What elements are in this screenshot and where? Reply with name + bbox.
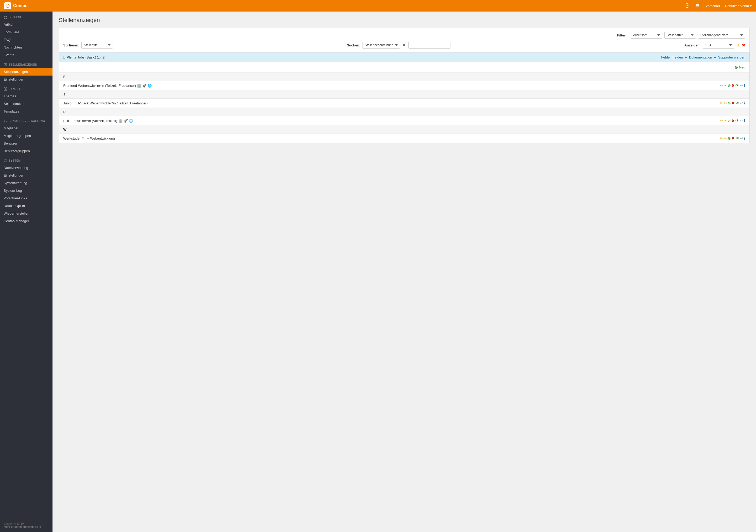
sidebar-footer: Version 4.13.10 Mehr erfahren auf contao… bbox=[0, 518, 52, 532]
svg-point-12 bbox=[5, 120, 6, 121]
info-bar-left: ℹ Plenta Jobs (Basic) 1.4.2 bbox=[63, 55, 105, 59]
cut-icon[interactable]: ✂ bbox=[724, 101, 727, 105]
sort-label: Sortieren: bbox=[63, 43, 79, 47]
user-menu[interactable]: Benutzer plenta ▾ bbox=[725, 4, 752, 8]
svg-rect-11 bbox=[6, 89, 7, 90]
copy2-icon[interactable]: ↩ bbox=[740, 101, 743, 105]
group-header-f: F bbox=[59, 73, 749, 81]
search-field-select[interactable]: Stellenbeschreibung bbox=[363, 42, 400, 49]
filter-row-1: Filtern: Arbeitsort Stellenarten Stellen… bbox=[63, 32, 745, 38]
section-stellenanzeigen: STELLENANZEIGEN bbox=[0, 59, 52, 68]
delete-icon[interactable]: ✖ bbox=[732, 101, 735, 105]
info-icon[interactable]: ℹ bbox=[744, 136, 745, 140]
dokumentation-link[interactable]: Dokumentation bbox=[689, 55, 712, 59]
sidebar-item-einstellungen[interactable]: Einstellungen bbox=[0, 76, 52, 83]
info-icon[interactable]: ℹ bbox=[744, 101, 745, 105]
cut-icon[interactable]: ✂ bbox=[724, 118, 727, 123]
svg-rect-4 bbox=[4, 17, 5, 19]
add-copy-icon[interactable]: ⊕ bbox=[728, 136, 731, 140]
copy2-icon[interactable]: ↩ bbox=[740, 84, 743, 88]
supporter-link[interactable]: Supporter werden bbox=[718, 55, 745, 59]
add-copy-icon[interactable]: ⊕ bbox=[728, 118, 731, 123]
sidebar-item-templates[interactable]: Templates bbox=[0, 108, 52, 115]
filter-stellenarten[interactable]: Stellenarten bbox=[664, 32, 696, 38]
job-title-werkstudent: Werkstudent*in – Webentwicklung bbox=[63, 137, 115, 140]
copy2-icon[interactable]: ↩ bbox=[740, 118, 743, 123]
visible-icon[interactable]: 👁 bbox=[736, 136, 739, 140]
add-copy-icon[interactable]: ⊕ bbox=[728, 84, 731, 88]
copy2-icon[interactable]: ↩ bbox=[740, 136, 743, 140]
search-label: Suchen: bbox=[347, 43, 360, 47]
sidebar-item-stellenanzeigen[interactable]: Stellenanzeigen bbox=[0, 68, 52, 76]
sidebar-item-faq[interactable]: FAQ bbox=[0, 36, 52, 43]
version-text: Version 4.13.10 bbox=[4, 522, 49, 525]
sidebar-content: INHALTE Artikel Formulare FAQ Nachrichte… bbox=[0, 12, 52, 516]
section-layout: LAYOUT bbox=[0, 83, 52, 92]
info-icon[interactable]: ℹ bbox=[744, 84, 745, 88]
svg-rect-10 bbox=[6, 88, 7, 89]
job-title-junior: Junior Full-Stack Webentwickler*in (Teil… bbox=[63, 101, 148, 105]
sidebar-item-themes[interactable]: Themes bbox=[0, 92, 52, 100]
visible-icon[interactable]: 👁 bbox=[736, 118, 739, 123]
sidebar-item-vorschau-links[interactable]: Vorschau-Links bbox=[0, 194, 52, 202]
sidebar-item-seitenstruktur[interactable]: Seitenstruktur bbox=[0, 100, 52, 108]
svg-rect-6 bbox=[4, 63, 7, 65]
filter-stellenangebot[interactable]: Stellenangebot verö... bbox=[698, 32, 745, 38]
sidebar-item-double-optin[interactable]: Double Opt-In bbox=[0, 202, 52, 210]
sidebar-item-systemlog[interactable]: System-Log bbox=[0, 187, 52, 194]
visible-icon[interactable]: 👁 bbox=[736, 84, 739, 88]
sidebar-item-nachrichten[interactable]: Nachrichten bbox=[0, 43, 52, 51]
job-badge: 🚀 bbox=[142, 84, 147, 88]
add-copy-icon[interactable]: ⊕ bbox=[728, 101, 731, 105]
contao-link[interactable]: Mehr erfahren auf contao.org bbox=[4, 525, 41, 528]
cut-icon[interactable]: ✂ bbox=[724, 84, 727, 88]
delete-icon[interactable]: ✖ bbox=[732, 136, 735, 140]
sidebar-item-dateiverwaltung[interactable]: Dateiverwaltung bbox=[0, 164, 52, 171]
table-row: Junior Full-Stack Webentwickler*in (Teil… bbox=[59, 99, 749, 108]
sidebar-item-formulare[interactable]: Formulare bbox=[0, 28, 52, 36]
sidebar-item-mitglieder[interactable]: Mitglieder bbox=[0, 124, 52, 132]
fehler-melden-link[interactable]: Fehler melden bbox=[661, 55, 683, 59]
sidebar-item-einstellungen-sys[interactable]: Einstellungen bbox=[0, 171, 52, 179]
job-badge: 🌐 bbox=[129, 119, 133, 123]
new-button[interactable]: ⊕ Neu bbox=[735, 65, 745, 70]
sidebar-item-contao-manager[interactable]: Contao Manager bbox=[0, 217, 52, 225]
sort-select[interactable]: Stellentitel bbox=[81, 42, 113, 49]
search-input[interactable] bbox=[408, 42, 450, 49]
notifications-icon[interactable] bbox=[695, 3, 700, 9]
preview-link[interactable]: Vorschau bbox=[706, 4, 720, 8]
export-icon[interactable]: ⬇ bbox=[736, 43, 740, 48]
sidebar-item-systemwartung[interactable]: Systemwartung bbox=[0, 179, 52, 187]
job-title-frontend: Frontend-Webentwickler*in (Teilzeit, Fre… bbox=[63, 84, 152, 88]
edit-icon[interactable]: ✏ bbox=[720, 101, 723, 105]
filter-bar: Filtern: Arbeitsort Stellenarten Stellen… bbox=[59, 28, 750, 52]
help-icon[interactable]: ? bbox=[685, 3, 690, 9]
table-row: Frontend-Webentwickler*in (Teilzeit, Fre… bbox=[59, 81, 749, 90]
edit-icon[interactable]: ✏ bbox=[720, 118, 723, 123]
sidebar-item-benutzergruppen[interactable]: Benutzergruppen bbox=[0, 147, 52, 155]
delete-icon[interactable]: ✖ bbox=[732, 118, 735, 123]
plugin-info: Plenta Jobs (Basic) 1.4.2 bbox=[67, 55, 105, 59]
sidebar-item-artikel[interactable]: Artikel bbox=[0, 21, 52, 28]
sidebar: INHALTE Artikel Formulare FAQ Nachrichte… bbox=[0, 12, 52, 532]
info-icon[interactable]: ℹ bbox=[744, 118, 745, 123]
cut-icon[interactable]: ✂ bbox=[724, 136, 727, 140]
job-badge: 🚀 bbox=[123, 119, 128, 123]
section-inhalte: INHALTE bbox=[0, 12, 52, 21]
filter-arbeitsort[interactable]: Arbeitsort bbox=[631, 32, 662, 38]
filter-row-2: Sortieren: Stellentitel Suchen: Stellenb… bbox=[63, 42, 745, 49]
reset-icon[interactable]: ✖ bbox=[742, 43, 745, 48]
section-benutzerverwaltung: BENUTZERVERWALTUNG bbox=[0, 115, 52, 124]
edit-icon[interactable]: ✏ bbox=[720, 84, 723, 88]
sidebar-item-mitgliedergruppen[interactable]: Mitgliedergruppen bbox=[0, 132, 52, 139]
delete-icon[interactable]: ✖ bbox=[732, 84, 735, 88]
sidebar-item-wiederherstellen[interactable]: Wiederherstellen bbox=[0, 210, 52, 217]
visible-icon[interactable]: 👁 bbox=[736, 101, 739, 105]
sidebar-item-events[interactable]: Events bbox=[0, 51, 52, 59]
table-row: Werkstudent*in – Webentwicklung✏✂⊕✖👁↩ℹ bbox=[59, 134, 749, 143]
anzeigen-select[interactable]: 1 - 4 bbox=[703, 42, 734, 49]
svg-rect-5 bbox=[6, 17, 7, 19]
sidebar-item-benutzer[interactable]: Benutzer bbox=[0, 139, 52, 147]
edit-icon[interactable]: ✏ bbox=[720, 136, 723, 140]
job-action-icons: ✏✂⊕✖👁↩ℹ bbox=[720, 84, 745, 88]
